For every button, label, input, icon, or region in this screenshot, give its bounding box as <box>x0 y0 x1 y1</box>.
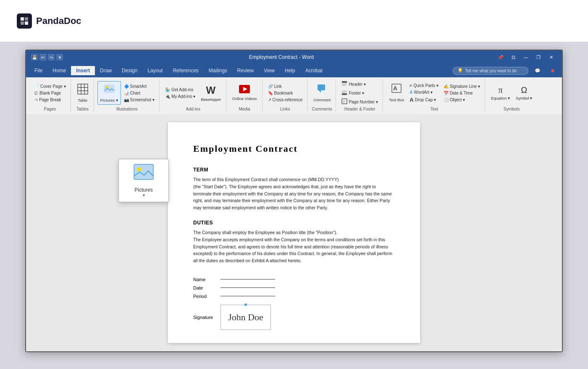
logo-text: PandaDoc <box>36 16 81 26</box>
tab-review[interactable]: Review <box>232 66 259 75</box>
page-break-button[interactable]: ⊣ Page Break <box>32 97 68 103</box>
tab-draw[interactable]: Draw <box>95 66 117 75</box>
wordart-icon: A <box>410 90 412 95</box>
svg-rect-3 <box>25 21 28 25</box>
get-addins-button[interactable]: 🏪 Get Add-ins <box>163 87 197 93</box>
svg-rect-15 <box>342 81 347 83</box>
ribbon-tabs: File Home Insert Draw Design Layout Refe… <box>26 64 562 77</box>
tab-help[interactable]: Help <box>280 66 300 75</box>
bookmark-icon: 🔖 <box>268 91 273 95</box>
tables-label: Tables <box>76 107 89 111</box>
links-col: 🔗 Link 🔖 Bookmark ↗ Cross-reference <box>266 83 305 103</box>
tab-insert[interactable]: Insert <box>71 66 95 75</box>
quick-parts-icon: ≡ <box>410 83 412 88</box>
quick-parts-button[interactable]: ≡ Quick Parts ▾ <box>407 82 440 89</box>
svg-rect-27 <box>134 164 153 179</box>
svg-text:A: A <box>393 85 397 92</box>
table-icon <box>77 83 89 97</box>
customize-icon[interactable]: ▾ <box>56 54 63 61</box>
chat-icon[interactable]: 💬 <box>532 66 543 75</box>
smartart-button[interactable]: 🔷 SmartArt <box>122 83 157 90</box>
text-box-icon: A <box>391 84 402 97</box>
my-addins-button[interactable]: 🔌 My Add-ins ▾ <box>163 93 197 100</box>
cross-reference-button[interactable]: ↗ Cross-reference <box>266 97 305 103</box>
document-page: Employment Contract TERM The term of thi… <box>168 122 420 343</box>
redo-icon[interactable]: ↪ <box>48 54 55 61</box>
pictures-dropdown[interactable]: Pictures ▾ <box>118 159 169 202</box>
comment-button[interactable]: Comment <box>311 82 333 104</box>
table-label: Table <box>78 98 87 103</box>
signature-line-button[interactable]: ✍ Signature Line ▾ <box>441 83 482 90</box>
save-icon[interactable]: 💾 <box>31 54 38 61</box>
tab-design[interactable]: Design <box>117 66 142 75</box>
bookmark-button[interactable]: 🔖 Bookmark <box>266 90 305 96</box>
wordart-button[interactable]: A WordArt ▾ <box>407 89 440 95</box>
media-label: Media <box>239 107 250 111</box>
window-pin-button[interactable]: 📌 <box>495 53 507 61</box>
ribbon-search[interactable]: 💡 Tell me what you want to do <box>453 67 528 75</box>
header-button[interactable]: Header ▾ <box>339 80 380 88</box>
window-controls: 📌 ⊡ — ❐ ✕ <box>495 53 557 61</box>
illustrations-items: Pictures ▾ 🔷 SmartArt 📊 Chart 📷 <box>97 80 157 106</box>
ribbon-group-pages: 📄 Cover Page ▾ 🗋 Blank Page ⊣ Page Break <box>29 79 71 112</box>
ribbon-search-placeholder: Tell me what you want to do <box>465 69 517 73</box>
share-dot[interactable]: ● <box>547 66 559 75</box>
drop-cap-button[interactable]: A Drop Cap ▾ <box>407 96 440 104</box>
window-close-button[interactable]: ✕ <box>545 53 557 61</box>
cover-page-button[interactable]: 📄 Cover Page ▾ <box>32 83 68 90</box>
symbols-label: Symbols <box>504 107 520 111</box>
signature-image-box[interactable]: John Doe <box>220 305 271 330</box>
pictures-dropdown-label: Pictures <box>123 187 164 193</box>
ribbon: File Home Insert Draw Design Layout Refe… <box>26 64 562 114</box>
svg-rect-18 <box>342 85 345 86</box>
link-button[interactable]: 🔗 Link <box>266 83 305 90</box>
page-break-icon: ⊣ <box>34 98 38 102</box>
tab-mailings[interactable]: Mailings <box>204 66 232 75</box>
tab-layout[interactable]: Layout <box>142 66 168 75</box>
illustrations-col: 🔷 SmartArt 📊 Chart 📷 Screenshot ▾ <box>122 83 157 103</box>
equation-label: Equation ▾ <box>491 96 510 100</box>
window-minimize-button[interactable]: — <box>520 53 532 61</box>
sig-field-date: Date <box>193 285 395 290</box>
date-time-button[interactable]: 📅 Date & Time <box>441 90 482 96</box>
screenshot-button[interactable]: 📷 Screenshot ▾ <box>122 97 157 103</box>
object-button[interactable]: ⬜ Object ▾ <box>441 97 482 103</box>
signature-label: Signature <box>193 315 216 320</box>
table-button[interactable]: Table <box>74 82 91 104</box>
chart-button[interactable]: 📊 Chart <box>122 90 157 96</box>
addins-label: Add-ins <box>186 107 200 111</box>
footer-button[interactable]: Footer ▾ <box>339 89 380 97</box>
wikipedia-button[interactable]: W Википедия <box>198 83 223 103</box>
equation-button[interactable]: π Equation ▾ <box>488 84 512 102</box>
text-box-button[interactable]: A Text Box <box>386 82 407 104</box>
comment-label: Comment <box>313 98 331 102</box>
undo-icon[interactable]: ↩ <box>39 54 46 61</box>
header-footer-col: Header ▾ Footer ▾ # Page Nu <box>339 80 380 106</box>
word-window: 💾 ↩ ↪ ▾ Employment Contract - Word 📌 ⊡ —… <box>25 50 563 352</box>
page-number-button[interactable]: # Page Number ▾ <box>339 98 380 106</box>
header-footer-items: Header ▾ Footer ▾ # Page Nu <box>339 80 380 106</box>
symbol-button[interactable]: Ω Symbol ▾ <box>513 84 535 102</box>
symbol-label: Symbol ▾ <box>516 96 532 100</box>
window-restore-small-button[interactable]: ⊡ <box>507 53 519 61</box>
ribbon-content: 📄 Cover Page ▾ 🗋 Blank Page ⊣ Page Break <box>26 77 562 114</box>
tab-references[interactable]: References <box>168 66 203 75</box>
tab-acrobat[interactable]: Acrobat <box>300 66 328 75</box>
svg-rect-16 <box>342 84 347 84</box>
sig-date-label: Date <box>193 285 216 290</box>
online-videos-button[interactable]: Online Videos <box>230 83 260 103</box>
tab-file[interactable]: File <box>29 66 47 75</box>
pandadoc-header: PandaDoc <box>0 0 588 42</box>
window-restore-button[interactable]: ❐ <box>533 53 544 61</box>
tab-view[interactable]: View <box>259 66 280 75</box>
tab-home[interactable]: Home <box>47 66 71 75</box>
addins-col: 🏪 Get Add-ins 🔌 My Add-ins ▾ <box>163 87 197 100</box>
section-term-body: The term of this Employment Contract sha… <box>193 176 395 211</box>
svg-rect-4 <box>78 84 88 94</box>
cover-page-icon: 📄 <box>34 84 39 89</box>
ribbon-group-media: Online Videos Media <box>227 79 262 112</box>
blank-page-button[interactable]: 🗋 Blank Page <box>32 90 68 96</box>
pictures-dropdown-arrow: ▾ <box>123 193 164 198</box>
pictures-button[interactable]: Pictures ▾ <box>97 81 121 105</box>
title-bar: 💾 ↩ ↪ ▾ Employment Contract - Word 📌 ⊡ —… <box>26 50 562 64</box>
